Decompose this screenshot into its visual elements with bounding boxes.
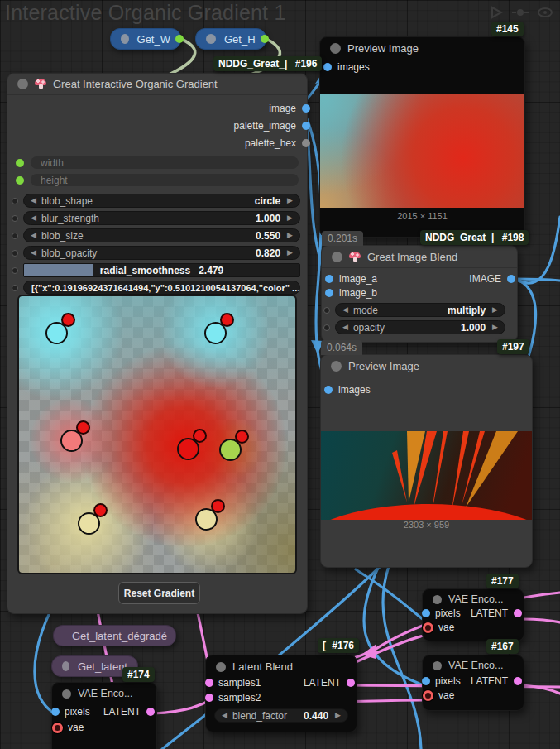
node-header[interactable]: VAE Enco... [423,655,524,673]
gradient-editor-canvas[interactable] [17,295,297,574]
widget-mode[interactable]: ◀modemultiply▶ [322,301,517,319]
widget-socket[interactable] [12,285,18,291]
input-socket-samples2[interactable] [205,694,213,702]
widget-blob-opacity[interactable]: ◀blob_opacity0.820▶ [7,244,307,262]
collapse-dot[interactable] [206,34,216,44]
node-preview-image-145[interactable]: Preview Image images 2015 × 1151 [319,36,525,238]
collapse-dot[interactable] [433,595,442,604]
output-socket-latent[interactable] [347,679,355,687]
input-socket-image-b[interactable] [325,289,333,297]
gradient-blob-marker[interactable] [195,508,218,531]
prev-arrow-icon[interactable]: ◀ [31,197,36,204]
input-socket-samples1[interactable] [205,679,213,687]
input-socket-vae[interactable] [423,690,433,701]
collapse-dot[interactable] [121,34,129,44]
node-header[interactable]: VAE Enco... [423,589,524,607]
node-get-h[interactable]: Get_H [195,28,266,50]
gradient-blob-marker[interactable] [78,512,100,535]
prev-arrow-icon[interactable]: ◀ [31,214,36,222]
blob-color-handle[interactable] [93,503,108,517]
input-width[interactable]: width [7,154,307,171]
input-socket-pixels[interactable] [422,677,430,685]
prev-arrow-icon[interactable]: ◀ [342,324,348,331]
prev-arrow-icon[interactable]: ◀ [222,712,227,719]
input-socket-width[interactable] [16,159,24,167]
widget-blend-factor[interactable]: ◀blend_factor0.440▶ [206,707,357,724]
input-socket-height[interactable] [16,176,24,185]
collapse-dot[interactable] [332,252,342,262]
collapse-dot[interactable] [216,662,226,672]
node-great-image-blend[interactable]: Great Image Blend image_a IMAGE image_b … [321,245,518,343]
widget-blob-size[interactable]: ◀blob_size0.550▶ [7,227,307,244]
output-socket-palette-hex[interactable] [302,139,310,147]
next-arrow-icon[interactable]: ▶ [287,197,293,204]
preview-image[interactable] [321,431,532,520]
widget-socket[interactable] [323,307,330,314]
widget-socket[interactable] [12,250,18,257]
output-socket-image[interactable] [302,104,310,113]
input-pill-width[interactable]: width [31,156,299,169]
gradient-blob-marker[interactable] [219,439,242,461]
collapse-dot[interactable] [17,79,28,89]
node-get-w[interactable]: Get_W [110,28,181,50]
node-header[interactable]: VAE Enco... [52,683,156,701]
node-header[interactable]: Great Image Blend [322,246,517,268]
node-vae-encode-177[interactable]: VAE Enco... pixels LATENT vae [422,588,524,641]
gradient-blob-marker[interactable] [177,438,199,460]
node-vae-encode-174[interactable]: VAE Enco... pixels LATENT vae [51,682,157,749]
widget-socket[interactable] [12,267,18,274]
collapse-dot[interactable] [433,661,442,670]
gradient-blob-marker[interactable] [60,430,83,452]
blob-color-handle[interactable] [61,313,75,327]
node-preview-image-197[interactable]: Preview Image images 2303 × 959 [320,354,533,568]
next-arrow-icon[interactable]: ▶ [287,232,293,239]
points-json-value[interactable]: [{"x":0.19196924371641494,"y":0.51012100… [23,281,300,295]
widget-opacity[interactable]: ◀opacity1.000▶ [322,319,517,336]
node-header[interactable]: Preview Image [321,355,532,377]
radial-smoothness-slider[interactable]: radial_smoothness2.479 [23,263,300,277]
output-socket[interactable] [261,35,269,43]
output-socket-latent[interactable] [514,609,522,617]
widget-blob-shape[interactable]: ◀blob_shapecircle▶ [7,192,307,209]
collapse-dot[interactable] [330,43,341,54]
blob-color-handle[interactable] [235,430,249,444]
blob-color-handle[interactable] [220,313,234,327]
input-socket-vae[interactable] [423,622,433,633]
node-header[interactable]: Great Interactive Organic Gradient [7,74,307,95]
node-get-latent-degrade[interactable]: Get_latent_dégradé [53,625,176,646]
widget-socket[interactable] [12,198,18,204]
next-arrow-icon[interactable]: ▶ [287,249,293,257]
blob-color-handle[interactable] [211,499,225,513]
gradient-blob-marker[interactable] [204,322,227,344]
next-arrow-icon[interactable]: ▶ [335,712,341,719]
node-vae-encode-167[interactable]: VAE Enco... pixels LATENT vae [422,655,524,711]
prev-arrow-icon[interactable]: ◀ [31,249,36,257]
widget-socket[interactable] [323,324,330,331]
output-socket-image[interactable] [507,275,515,283]
node-latent-blend[interactable]: Latent Blend samples1 LATENT samples2 ◀b… [205,655,357,732]
collapse-dot[interactable] [62,661,69,671]
next-arrow-icon[interactable]: ▶ [492,306,498,314]
input-socket-images[interactable] [323,63,332,71]
next-arrow-icon[interactable]: ▶ [492,324,498,331]
node-graph-canvas[interactable]: { "workflow": { "title": "Interactive Or… [0,0,560,749]
collapse-dot[interactable] [331,361,342,372]
input-socket-images[interactable] [324,386,333,394]
collapse-dot[interactable] [62,689,71,699]
reset-gradient-button[interactable]: Reset Gradient [118,582,200,604]
node-great-interactive-organic-gradient[interactable]: Great Interactive Organic Gradient image… [7,73,308,614]
blob-color-handle[interactable] [76,420,90,435]
node-header[interactable]: Latent Blend [206,655,357,675]
output-socket-latent[interactable] [514,677,522,685]
gradient-blob-marker[interactable] [45,322,68,344]
input-socket-vae[interactable] [52,723,63,733]
blob-color-handle[interactable] [193,429,207,443]
input-pill-height[interactable]: height [31,174,299,186]
next-arrow-icon[interactable]: ▶ [287,214,293,222]
input-socket-pixels[interactable] [51,708,60,716]
output-socket-latent[interactable] [146,708,155,716]
widget-blur-strength[interactable]: ◀blur_strength1.000▶ [7,209,307,227]
input-socket-pixels[interactable] [422,609,430,617]
node-header[interactable]: Preview Image [320,37,524,60]
output-socket-palette-image[interactable] [302,122,310,130]
